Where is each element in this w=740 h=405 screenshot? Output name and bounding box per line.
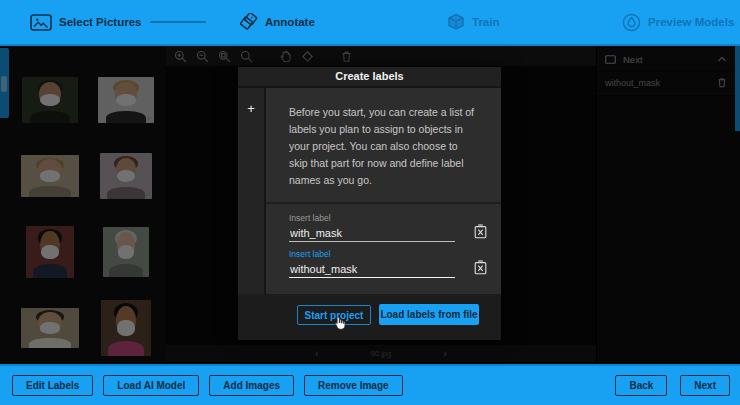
label-input-focused[interactable] — [289, 262, 455, 278]
add-images-button[interactable]: Add Images — [209, 375, 294, 396]
field-placeholder-label: Insert label — [289, 249, 455, 259]
add-label-button[interactable]: + — [238, 102, 264, 115]
nav-connector — [150, 21, 206, 23]
dialog-title: Create labels — [238, 67, 501, 86]
nav-label: Annotate — [265, 16, 315, 28]
cube-icon — [447, 13, 465, 31]
create-labels-dialog: Create labels + Before you start, you ca… — [238, 67, 501, 340]
nav-label: Select Pictures — [59, 16, 141, 28]
load-ai-model-button[interactable]: Load AI Model — [103, 375, 199, 396]
back-button[interactable]: Back — [615, 375, 667, 396]
nav-label: Train — [472, 16, 499, 28]
bottom-right-buttons: Back Next — [615, 375, 730, 396]
tag-icon — [239, 13, 258, 32]
load-labels-from-file-button[interactable]: Load labels from file — [379, 304, 479, 325]
nav-annotate[interactable]: Annotate — [239, 0, 315, 44]
nav-preview-models[interactable]: Preview Models — [622, 0, 734, 44]
delete-label-icon[interactable] — [474, 224, 487, 239]
flame-icon — [622, 13, 641, 32]
label-input[interactable] — [289, 226, 455, 242]
bottom-action-bar: Edit Labels Load AI Model Add Images Rem… — [0, 364, 740, 405]
dialog-footer: Start project Load labels from file — [238, 294, 501, 340]
bottom-left-buttons: Edit Labels Load AI Model Add Images Rem… — [12, 375, 403, 396]
nav-select-pictures[interactable]: Select Pictures — [30, 0, 141, 44]
field-placeholder-label: Insert label — [289, 213, 455, 223]
label-field-row: Insert label — [266, 249, 501, 278]
top-step-bar: Select Pictures Annotate Train Preview M… — [0, 0, 740, 46]
delete-label-icon[interactable] — [474, 260, 487, 275]
edit-labels-button[interactable]: Edit Labels — [12, 375, 93, 396]
picture-icon — [30, 14, 52, 31]
remove-image-button[interactable]: Remove Image — [304, 375, 403, 396]
dialog-side-rail: + — [238, 88, 264, 294]
next-button[interactable]: Next — [680, 375, 730, 396]
start-project-button[interactable]: Start project — [297, 305, 371, 325]
label-field-row: Insert label — [266, 213, 501, 242]
dialog-description: Before you start, you can create a list … — [266, 88, 501, 189]
dialog-body: Before you start, you can create a list … — [266, 88, 501, 294]
divider — [266, 202, 501, 204]
nav-label: Preview Models — [648, 16, 734, 28]
nav-train[interactable]: Train — [447, 0, 499, 44]
